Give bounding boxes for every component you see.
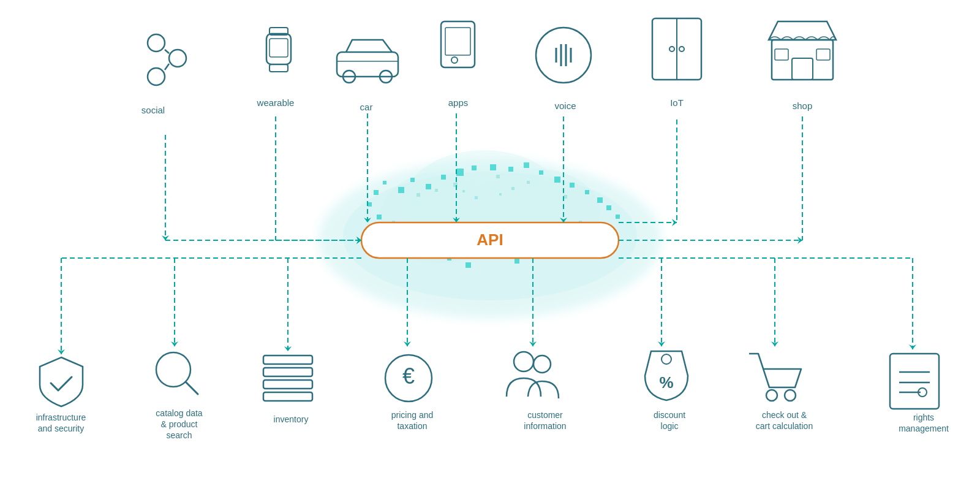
svg-rect-37	[475, 196, 478, 199]
svg-point-77	[169, 50, 186, 67]
checkout-icon	[749, 354, 801, 401]
svg-rect-111	[263, 368, 312, 376]
svg-rect-11	[456, 169, 464, 176]
rights-icon	[890, 354, 939, 409]
svg-rect-7	[398, 187, 404, 193]
inventory-icon	[263, 356, 312, 401]
apps-icon	[441, 21, 475, 67]
svg-rect-33	[466, 262, 471, 268]
pricing-icon: €	[385, 355, 432, 401]
svg-rect-106	[775, 49, 788, 60]
discount-icon: %	[645, 351, 688, 400]
svg-rect-112	[263, 380, 312, 389]
svg-rect-84	[270, 64, 288, 72]
search-icon	[156, 352, 198, 394]
svg-rect-85	[270, 39, 288, 57]
svg-rect-12	[472, 165, 477, 170]
svg-rect-5	[374, 190, 379, 195]
svg-rect-107	[816, 49, 830, 60]
svg-point-102	[669, 47, 674, 51]
svg-rect-14	[508, 167, 513, 172]
svg-point-121	[785, 390, 796, 401]
svg-point-118	[662, 354, 671, 364]
svg-rect-8	[410, 178, 415, 182]
car-icon	[337, 40, 398, 83]
svg-point-103	[679, 47, 684, 51]
svg-line-109	[186, 382, 198, 394]
wearable-icon	[266, 28, 291, 72]
svg-rect-6	[383, 181, 386, 184]
svg-point-78	[148, 68, 165, 85]
svg-point-120	[766, 390, 777, 401]
svg-rect-24	[616, 215, 620, 219]
svg-rect-16	[539, 170, 543, 175]
svg-rect-9	[426, 184, 431, 189]
svg-line-80	[165, 50, 169, 53]
svg-rect-44	[527, 181, 530, 184]
svg-rect-21	[368, 202, 372, 207]
iot-icon	[652, 18, 701, 80]
svg-text:€: €	[402, 363, 415, 389]
svg-rect-110	[263, 356, 312, 364]
svg-rect-13	[490, 164, 496, 170]
svg-point-117	[533, 356, 551, 373]
shield-icon	[40, 357, 83, 406]
svg-rect-86	[337, 52, 398, 77]
svg-point-79	[148, 34, 165, 51]
svg-rect-19	[585, 190, 589, 194]
svg-rect-36	[462, 190, 465, 192]
svg-rect-113	[263, 392, 312, 401]
svg-point-92	[451, 57, 458, 63]
svg-rect-91	[445, 28, 470, 55]
svg-rect-122	[890, 354, 939, 409]
svg-point-116	[514, 352, 533, 371]
svg-text:%: %	[659, 373, 673, 392]
svg-rect-34	[514, 259, 519, 264]
svg-rect-41	[435, 189, 438, 192]
voice-icon	[536, 28, 591, 83]
svg-rect-10	[441, 175, 446, 180]
social-icon	[148, 34, 186, 85]
svg-point-93	[536, 28, 591, 83]
svg-text:API: API	[477, 230, 503, 249]
svg-rect-18	[570, 183, 575, 188]
svg-rect-38	[499, 193, 502, 196]
svg-rect-40	[417, 193, 420, 197]
diagram: API	[0, 0, 980, 483]
svg-rect-17	[554, 177, 560, 183]
svg-rect-22	[377, 215, 382, 219]
svg-rect-20	[597, 197, 603, 203]
svg-rect-15	[524, 162, 529, 168]
svg-line-81	[165, 64, 169, 70]
customer-icon	[507, 352, 559, 398]
svg-rect-39	[511, 187, 514, 190]
svg-rect-23	[606, 205, 611, 210]
svg-rect-43	[496, 175, 500, 178]
svg-rect-105	[792, 58, 813, 80]
shop-icon	[769, 21, 836, 80]
